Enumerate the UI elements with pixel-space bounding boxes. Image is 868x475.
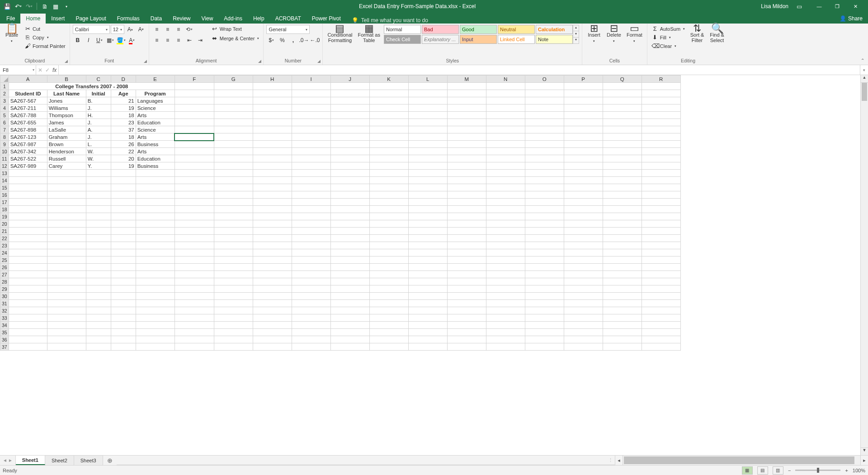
decrease-font-button[interactable]: A▾ [136,25,146,34]
cell-P7[interactable] [564,126,603,133]
cell-H15[interactable] [253,184,292,191]
cell-D19[interactable] [111,213,136,220]
cell-G7[interactable] [214,126,253,133]
cell-F25[interactable] [175,256,214,264]
cell-H4[interactable] [253,104,292,112]
cell-O37[interactable] [525,343,564,351]
cell-B5[interactable]: Thompson [47,112,86,119]
cell-L33[interactable] [408,314,447,322]
cell-H20[interactable] [253,220,292,228]
cell-C27[interactable] [86,271,111,278]
font-launcher-icon[interactable]: ◢ [144,59,147,63]
copy-button[interactable]: ⎘Copy▾ [23,33,67,41]
cell-K6[interactable] [369,119,408,126]
cell-E36[interactable] [136,336,175,343]
cell-F32[interactable] [175,307,214,314]
cell-I18[interactable] [292,206,330,213]
cell-I6[interactable] [292,119,330,126]
column-header-J[interactable]: J [330,76,369,83]
name-box[interactable]: F8▾ [0,65,36,75]
cell-G30[interactable] [214,293,253,300]
cell-F31[interactable] [175,300,214,307]
cell-K8[interactable] [369,133,408,141]
cell-style-explanatory-[interactable]: Explanatory ... [422,35,459,44]
cell-I2[interactable] [292,90,330,97]
scroll-left-button[interactable]: ◄ [615,456,623,465]
cell-Q17[interactable] [603,199,642,206]
cell-style-good[interactable]: Good [460,25,497,34]
find-select-button[interactable]: 🔍Find & Select [708,25,726,44]
cell-G32[interactable] [214,307,253,314]
fill-color-button[interactable]: 🪣 [116,36,126,45]
paste-button[interactable]: 📋 Paste ▾ [3,25,21,45]
cell-F24[interactable] [175,249,214,256]
cell-A19[interactable] [9,213,47,220]
cell-L13[interactable] [408,170,447,177]
cell-N3[interactable] [486,97,525,104]
cell-O15[interactable] [525,184,564,191]
cell-D20[interactable] [111,220,136,228]
column-header-E[interactable]: E [136,76,175,83]
close-button[interactable]: ✕ [846,0,864,13]
cell-P6[interactable] [564,119,603,126]
cell-E15[interactable] [136,184,175,191]
sheet-nav[interactable]: ◄► [0,456,16,465]
cell-D2[interactable]: Age [111,90,136,97]
cell-B4[interactable]: Williams [47,104,86,112]
row-header-10[interactable]: 10 [0,148,9,155]
number-format-dropdown[interactable]: General▾ [266,25,310,34]
cell-K13[interactable] [369,170,408,177]
tab-view[interactable]: View [196,14,219,24]
cell-F20[interactable] [175,220,214,228]
cell-L29[interactable] [408,285,447,293]
clipboard-launcher-icon[interactable]: ◢ [65,59,68,63]
column-header-Q[interactable]: Q [603,76,642,83]
cell-L2[interactable] [408,90,447,97]
cell-N29[interactable] [486,285,525,293]
cell-C21[interactable] [86,228,111,235]
cell-C6[interactable]: J. [86,119,111,126]
cell-C31[interactable] [86,300,111,307]
cell-J20[interactable] [330,220,369,228]
cell-F14[interactable] [175,177,214,184]
cell-K9[interactable] [369,141,408,148]
cell-K19[interactable] [369,213,408,220]
cell-C24[interactable] [86,249,111,256]
cell-R11[interactable] [642,155,680,162]
row-header-34[interactable]: 34 [0,322,9,329]
cell-K2[interactable] [369,90,408,97]
row-header-31[interactable]: 31 [0,300,9,307]
cell-F34[interactable] [175,322,214,329]
row-header-21[interactable]: 21 [0,228,9,235]
cell-E27[interactable] [136,271,175,278]
cell-J8[interactable] [330,133,369,141]
zoom-slider[interactable] [795,470,840,471]
column-header-O[interactable]: O [525,76,564,83]
align-bottom-button[interactable]: ≡ [174,25,184,34]
column-header-K[interactable]: K [369,76,408,83]
cell-H27[interactable] [253,271,292,278]
cell-G25[interactable] [214,256,253,264]
cell-O23[interactable] [525,242,564,249]
cell-L9[interactable] [408,141,447,148]
cell-K4[interactable] [369,104,408,112]
cell-F19[interactable] [175,213,214,220]
scroll-down-button[interactable]: ▼ [861,447,868,455]
row-header-3[interactable]: 3 [0,97,9,104]
cell-B35[interactable] [47,329,86,336]
cell-B19[interactable] [47,213,86,220]
cell-N16[interactable] [486,191,525,199]
cell-K23[interactable] [369,242,408,249]
cell-E21[interactable] [136,228,175,235]
cell-D21[interactable] [111,228,136,235]
cell-G34[interactable] [214,322,253,329]
cell-N15[interactable] [486,184,525,191]
cell-O32[interactable] [525,307,564,314]
cell-R9[interactable] [642,141,680,148]
cell-C4[interactable]: J. [86,104,111,112]
cell-N17[interactable] [486,199,525,206]
row-header-16[interactable]: 16 [0,191,9,199]
cell-E14[interactable] [136,177,175,184]
cell-J34[interactable] [330,322,369,329]
cell-F27[interactable] [175,271,214,278]
